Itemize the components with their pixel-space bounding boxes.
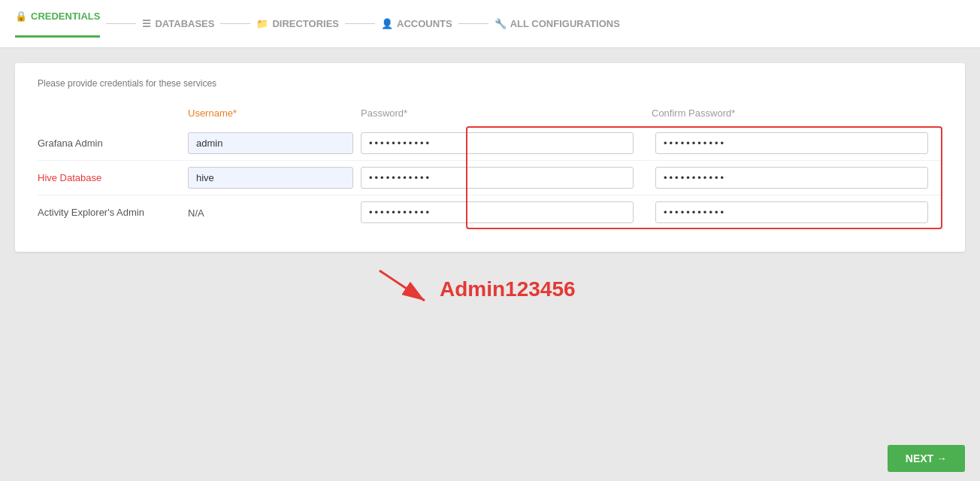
table-row: Activity Explorer's Admin N/A (38, 195, 942, 229)
form-subtitle: Please provide credentials for these ser… (38, 78, 942, 89)
nav-separator-4 (458, 23, 488, 24)
annotation-area: Admin123456 (15, 259, 965, 334)
confirm-password-input-activity[interactable] (655, 201, 928, 223)
username-static-activity: N/A (188, 207, 204, 219)
form-card: Please provide credentials for these ser… (15, 63, 965, 252)
nav-step-directories[interactable]: 📁 DIRECTORIES (256, 18, 339, 29)
nav-separator-1 (106, 23, 136, 24)
username-column-header: Username* (38, 107, 361, 119)
next-button[interactable]: NEXT → (888, 445, 965, 472)
confirm-password-field-activity-wrapper (655, 201, 942, 223)
nav-accounts-label: ACCOUNTS (397, 18, 452, 29)
password-field-grafana-wrapper (361, 132, 655, 154)
password-column-header: Password* (361, 107, 652, 119)
confirm-password-column-header: Confirm Password* (652, 107, 942, 119)
username-field-hive-wrapper (188, 167, 361, 189)
nav-step-accounts[interactable]: 👤 ACCOUNTS (381, 18, 452, 29)
confirm-password-field-grafana-wrapper (655, 132, 942, 154)
confirm-password-input-grafana[interactable] (655, 132, 928, 154)
bottom-bar: NEXT → (0, 436, 980, 481)
table-row: Grafana Admin (38, 126, 942, 161)
annotation-group: Admin123456 (376, 267, 576, 312)
nav-all-configurations-label: ALL CONFIGURATIONS (510, 18, 620, 29)
username-static-activity-wrapper: N/A (188, 206, 361, 219)
confirm-password-field-hive-wrapper (655, 167, 942, 189)
service-name-hive: Hive Database (38, 172, 188, 183)
form-body: Grafana Admin Hive Database (38, 126, 942, 229)
lock-icon: 🔒 (15, 11, 27, 22)
nav-directories-label: DIRECTORIES (272, 18, 339, 29)
person-icon: 👤 (381, 18, 393, 29)
service-name-grafana: Grafana Admin (38, 138, 188, 149)
folder-icon: 📁 (256, 18, 268, 29)
annotation-text: Admin123456 (440, 277, 576, 301)
nav-separator-3 (345, 23, 375, 24)
top-navigation: 🔒 CREDENTIALS ☰ DATABASES 📁 DIRECTORIES … (0, 0, 980, 48)
nav-step-credentials[interactable]: 🔒 CREDENTIALS (15, 11, 100, 38)
table-row: Hive Database (38, 161, 942, 195)
username-field-grafana-wrapper (188, 132, 361, 154)
service-name-activity: Activity Explorer's Admin (38, 207, 188, 218)
password-input-activity[interactable] (361, 201, 634, 223)
password-input-hive[interactable] (361, 167, 634, 189)
username-input-hive[interactable] (188, 167, 353, 189)
nav-databases-label: DATABASES (155, 18, 214, 29)
svg-line-1 (380, 271, 425, 301)
databases-icon: ☰ (142, 18, 151, 29)
password-input-grafana[interactable] (361, 132, 634, 154)
column-headers: Username* Password* Confirm Password* (38, 104, 942, 126)
main-content: Please provide credentials for these ser… (0, 48, 980, 349)
wrench-icon: 🔧 (495, 18, 507, 29)
nav-step-all-configurations[interactable]: 🔧 ALL CONFIGURATIONS (495, 18, 620, 29)
nav-separator-2 (220, 23, 250, 24)
nav-step-databases[interactable]: ☰ DATABASES (142, 18, 214, 29)
confirm-password-input-hive[interactable] (655, 167, 928, 189)
password-field-hive-wrapper (361, 167, 655, 189)
nav-credentials-label: CREDENTIALS (31, 11, 100, 22)
arrow-icon (376, 267, 436, 312)
password-field-activity-wrapper (361, 201, 655, 223)
username-input-grafana[interactable] (188, 132, 353, 154)
